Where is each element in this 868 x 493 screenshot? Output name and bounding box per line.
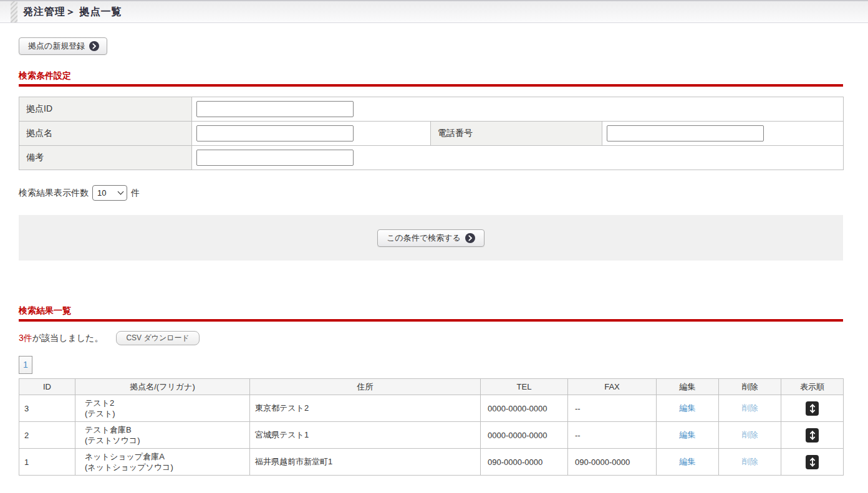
section-rule [19, 319, 843, 322]
edit-link[interactable]: 編集 [680, 457, 696, 466]
per-page-unit: 件 [131, 188, 140, 199]
col-header-fax: FAX [568, 379, 657, 395]
note-cell [192, 146, 844, 170]
hatch-decoration [11, 1, 17, 22]
col-header-edit: 編集 [657, 379, 719, 395]
cell-address: 宮城県テスト1 [250, 422, 481, 449]
toolbar: 拠点の新規登録 [19, 37, 843, 55]
phone-input[interactable] [607, 125, 764, 141]
arrow-up-down-icon [809, 431, 816, 440]
phone-label: 電話番号 [431, 122, 602, 146]
cell-name: テスト倉庫B (テストソウコ) [75, 422, 250, 449]
search-band: この条件で検索する [19, 215, 843, 261]
cell-order [781, 449, 844, 476]
arrow-up-down-icon [809, 457, 816, 467]
location-name-input[interactable] [196, 125, 354, 141]
location-name: ネットショップ倉庫A [85, 451, 244, 462]
table-row: 3 テスト2 (テスト) 東京都テスト2 0000-0000-0000 -- 編… [19, 395, 844, 422]
result-count-line: 3件 が該当しました。 CSV ダウンロード [19, 331, 843, 345]
cell-fax: -- [568, 395, 657, 422]
location-kana: (ネットショップソウコ) [85, 462, 244, 472]
col-header-order: 表示順 [781, 379, 844, 395]
location-name-label: 拠点名 [19, 122, 192, 146]
cell-name: テスト2 (テスト) [75, 395, 250, 422]
cell-fax: 090-0000-0000 [568, 449, 657, 476]
cell-delete: 削除 [719, 395, 781, 422]
col-header-name: 拠点名/(フリガナ) [75, 379, 250, 395]
cell-order [781, 395, 844, 422]
pagination-page-1[interactable]: 1 [19, 356, 32, 374]
chevron-right-circle-icon [89, 41, 99, 51]
cell-id: 1 [19, 449, 75, 476]
per-page-label: 検索結果表示件数 [19, 188, 89, 199]
location-id-label: 拠点ID [19, 97, 192, 122]
delete-link[interactable]: 削除 [742, 403, 758, 413]
form-row-location-name: 拠点名 電話番号 [19, 122, 844, 146]
phone-cell [602, 122, 844, 146]
results-section-title: 検索結果一覧 [19, 305, 843, 317]
location-kana: (テストソウコ) [85, 435, 244, 446]
per-page-select-wrap: 10 [92, 185, 127, 201]
location-name: テスト2 [85, 398, 244, 408]
per-page-select[interactable]: 10 [92, 185, 127, 201]
result-count: 3件 [19, 333, 32, 344]
page-header: 発注管理＞ 拠点一覧 [0, 0, 868, 23]
location-id-cell [192, 97, 844, 122]
cell-address: 東京都テスト2 [250, 395, 481, 422]
location-id-input[interactable] [196, 101, 354, 117]
sort-order-button[interactable] [806, 401, 819, 416]
search-button[interactable]: この条件で検索する [377, 229, 485, 247]
chevron-right-circle-icon [465, 233, 475, 243]
cell-delete: 削除 [719, 449, 781, 476]
main-content: 拠点の新規登録 検索条件設定 拠点ID 拠点名 電話番号 [0, 37, 868, 493]
pagination: 1 [19, 356, 843, 374]
per-page-row: 検索結果表示件数 10 件 [19, 185, 843, 201]
col-header-address: 住所 [250, 379, 481, 395]
cell-name: ネットショップ倉庫A (ネットショップソウコ) [75, 449, 250, 476]
sort-order-button[interactable] [806, 455, 819, 469]
delete-link[interactable]: 削除 [742, 457, 758, 466]
cell-delete: 削除 [719, 422, 781, 449]
form-row-note: 備考 [19, 146, 844, 170]
cell-tel: 0000-0000-0000 [481, 395, 568, 422]
col-header-tel: TEL [481, 379, 568, 395]
search-section-title: 検索条件設定 [19, 70, 843, 82]
table-row: 1 ネットショップ倉庫A (ネットショップソウコ) 福井県越前市新堂町1 090… [19, 449, 844, 476]
new-location-button[interactable]: 拠点の新規登録 [19, 37, 107, 55]
cell-edit: 編集 [657, 422, 719, 449]
table-row: 2 テスト倉庫B (テストソウコ) 宮城県テスト1 0000-0000-0000… [19, 422, 844, 449]
col-header-id: ID [19, 379, 75, 395]
col-header-delete: 削除 [719, 379, 781, 395]
cell-edit: 編集 [657, 395, 719, 422]
results-header-row: ID 拠点名/(フリガナ) 住所 TEL FAX 編集 削除 表示順 [19, 379, 844, 395]
breadcrumb: 発注管理＞ 拠点一覧 [23, 6, 122, 19]
cell-fax: -- [568, 422, 657, 449]
csv-download-button[interactable]: CSV ダウンロード [116, 331, 199, 345]
edit-link[interactable]: 編集 [680, 430, 696, 439]
cell-id: 2 [19, 422, 75, 449]
section-rule [19, 84, 843, 87]
edit-link[interactable]: 編集 [680, 403, 696, 413]
location-name-cell [192, 122, 431, 146]
new-location-button-label: 拠点の新規登録 [28, 41, 85, 52]
delete-link[interactable]: 削除 [742, 430, 758, 439]
cell-tel: 090-0000-0000 [481, 449, 568, 476]
sort-order-button[interactable] [806, 428, 819, 443]
note-input[interactable] [196, 150, 354, 166]
search-form-table: 拠点ID 拠点名 電話番号 備考 [19, 97, 844, 170]
location-kana: (テスト) [85, 408, 244, 419]
cell-tel: 0000-0000-0000 [481, 422, 568, 449]
cell-edit: 編集 [657, 449, 719, 476]
results-table: ID 拠点名/(フリガナ) 住所 TEL FAX 編集 削除 表示順 3 テスト… [19, 378, 844, 476]
location-name: テスト倉庫B [85, 424, 244, 435]
form-row-location-id: 拠点ID [19, 97, 844, 122]
note-label: 備考 [19, 146, 192, 170]
cell-address: 福井県越前市新堂町1 [250, 449, 481, 476]
search-button-label: この条件で検索する [387, 232, 461, 244]
cell-id: 3 [19, 395, 75, 422]
arrow-up-down-icon [809, 404, 816, 413]
result-count-suffix: が該当しました。 [32, 333, 104, 344]
cell-order [781, 422, 844, 449]
